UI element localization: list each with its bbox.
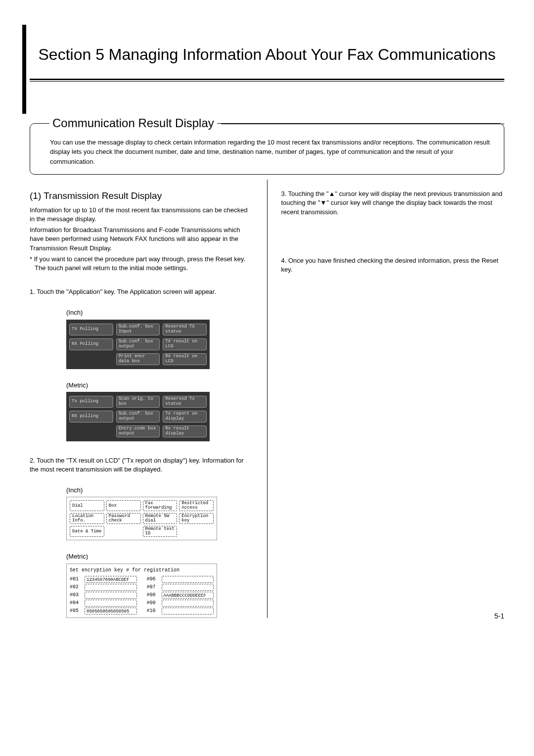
enc-id: #07 (147, 584, 160, 591)
intro-box: Communication Result Display You can use… (30, 116, 504, 175)
enc-field[interactable]: 1234567890ABCDEF (85, 576, 137, 583)
enc-field[interactable] (162, 608, 214, 614)
app-btn[interactable]: Reserved Tx status (163, 396, 207, 408)
res-btn[interactable]: Encryption key (179, 513, 214, 524)
step-4: 4. Once you have finished checking the d… (281, 256, 505, 274)
app-btn[interactable]: TX Polling (69, 324, 113, 335)
app-btn[interactable]: Reserved TX status (163, 324, 207, 335)
res-btn[interactable]: Location Info. (70, 513, 104, 524)
tx-p2: Information for Broadcast Transmissions … (30, 226, 253, 253)
app-btn[interactable]: Encry.code box output (116, 425, 160, 437)
label-inch: (Inch) (66, 308, 253, 317)
enc-field[interactable] (85, 592, 137, 599)
tx-p1: Information for up to 10 of the most rec… (30, 206, 253, 224)
label-metric2: (Metric) (66, 552, 253, 561)
app-btn[interactable]: RX Polling (69, 338, 113, 350)
app-btn[interactable]: Scan orig. to box (116, 396, 160, 408)
section-title: Section 5 Managing Information About You… (30, 35, 504, 69)
intro-text: You can use the message display to check… (30, 123, 504, 175)
enc-title: Set encryption key # for registration (70, 567, 214, 574)
column-divider (267, 180, 267, 617)
res-btn[interactable]: Remote SW dial (143, 513, 178, 524)
app-btn[interactable]: Sub.conf. box output (116, 338, 160, 350)
app-btn[interactable]: Sub.conf. box Input (116, 324, 160, 335)
app-panel-metric: Tx polling Scan orig. to box Reserved Tx… (66, 392, 210, 441)
section-header: Section 5 Managing Information About You… (30, 35, 504, 82)
intro-title: Communication Result Display (49, 116, 217, 130)
res-btn[interactable]: Dial (70, 500, 104, 511)
app-btn[interactable]: RX polling (69, 411, 113, 423)
page-number: 5-1 (494, 612, 504, 620)
app-btn[interactable]: RX result on LCD (163, 353, 207, 365)
enc-id: #05 (70, 608, 83, 614)
page: Section 5 Managing Information About You… (0, 0, 534, 638)
res-btn[interactable]: Box (106, 500, 141, 511)
enc-id: #09 (147, 600, 160, 607)
label-metric: (Metric) (66, 381, 253, 390)
enc-field[interactable]: 0505050505050505 (85, 608, 137, 614)
res-btn[interactable]: Remote test ID (143, 526, 178, 537)
enc-id: #01 (70, 576, 83, 583)
app-btn[interactable]: Print encr data box (116, 353, 160, 365)
enc-id: #02 (70, 584, 83, 591)
two-column: (1) Transmission Result Display Informat… (30, 189, 504, 617)
enc-id: #06 (147, 576, 160, 583)
app-btn[interactable]: Tx report on display (163, 411, 207, 423)
enc-id: #03 (70, 592, 83, 599)
label-inch2: (Inch) (66, 486, 253, 495)
enc-id: #08 (147, 592, 160, 599)
tx-note: * If you want to cancel the procedure pa… (30, 255, 253, 273)
right-column: 3. Touching the "▲" cursor key will disp… (281, 189, 505, 617)
res-panel-inch: Dial Box Fax forwarding Restricted Acces… (66, 497, 217, 540)
transmission-subhead: (1) Transmission Result Display (30, 189, 253, 203)
step-2: 2. Touch the "TX result on LCD" ("Tx rep… (30, 456, 253, 474)
left-column: (1) Transmission Result Display Informat… (30, 189, 253, 617)
enc-field[interactable] (85, 600, 137, 607)
intro-rule (221, 124, 504, 124)
app-btn[interactable]: Tx polling (69, 396, 113, 408)
res-btn[interactable]: Date & Time (70, 526, 104, 537)
app-btn[interactable]: TX result on LCD (163, 338, 207, 350)
step-3: 3. Touching the "▲" cursor key will disp… (281, 189, 505, 217)
res-btn[interactable]: Password check (106, 513, 141, 524)
app-panel-inch: TX Polling Sub.conf. box Input Reserved … (66, 320, 210, 369)
enc-field[interactable] (85, 584, 137, 591)
enc-id: #10 (147, 608, 160, 614)
section-rule (30, 79, 504, 82)
enc-id: #04 (70, 600, 83, 607)
encryption-panel: Set encryption key # for registration #0… (66, 564, 217, 618)
app-btn[interactable]: Rx result display (163, 425, 207, 437)
section-bar (22, 25, 26, 114)
res-btn[interactable]: Fax forwarding (143, 500, 178, 511)
enc-field[interactable]: AAABBBCCCDDDEEEF (162, 592, 214, 599)
step-1: 1. Touch the "Application" key. The Appl… (30, 287, 253, 296)
enc-field[interactable] (162, 584, 214, 591)
enc-field[interactable] (162, 600, 214, 607)
res-btn[interactable]: Restricted Access (179, 500, 214, 511)
app-btn[interactable]: Sub.conf. box output (116, 411, 160, 423)
enc-field[interactable] (162, 576, 214, 583)
